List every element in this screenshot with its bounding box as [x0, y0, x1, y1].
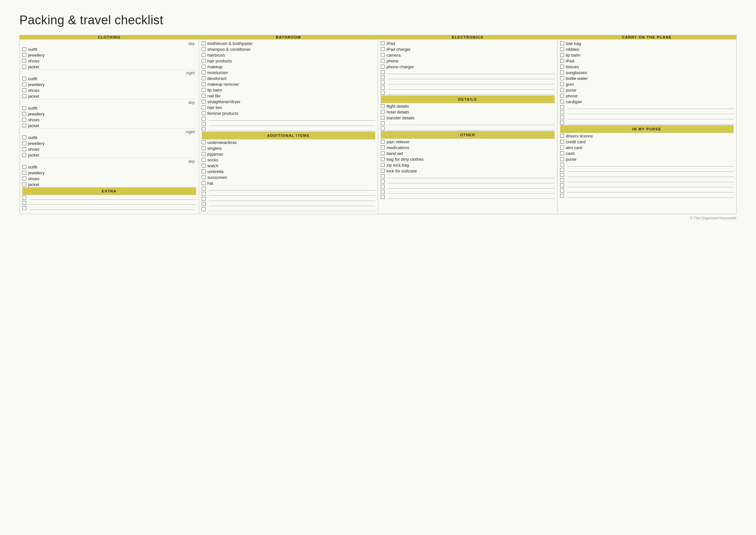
checkbox[interactable]: [560, 178, 564, 182]
checkbox[interactable]: [22, 135, 26, 139]
checkbox[interactable]: [22, 201, 26, 205]
checkbox[interactable]: [560, 99, 564, 103]
checkbox[interactable]: [202, 152, 205, 156]
list-item[interactable]: iPad: [560, 58, 734, 64]
checkbox[interactable]: [202, 88, 205, 92]
checkbox[interactable]: [202, 140, 205, 144]
checkbox[interactable]: [381, 190, 385, 194]
checkbox[interactable]: [202, 117, 205, 121]
checkbox[interactable]: [560, 82, 564, 86]
list-item[interactable]: lip balm: [202, 87, 376, 93]
checkbox[interactable]: [202, 111, 205, 115]
list-item[interactable]: deodorant: [202, 75, 376, 81]
list-item[interactable]: sunscreen: [202, 174, 376, 180]
checkbox[interactable]: [381, 70, 385, 74]
checkbox[interactable]: [381, 163, 385, 167]
list-item[interactable]: makeup: [202, 64, 376, 70]
checkbox[interactable]: [202, 59, 205, 63]
list-item[interactable]: medications: [381, 145, 554, 151]
checkbox[interactable]: [381, 185, 385, 188]
checkbox[interactable]: [381, 42, 385, 45]
checkbox[interactable]: [381, 157, 385, 161]
list-item[interactable]: makeup remover: [202, 81, 376, 87]
checkbox[interactable]: [381, 169, 385, 173]
checkbox[interactable]: [381, 91, 385, 95]
checkbox[interactable]: [560, 152, 564, 155]
checkbox[interactable]: [560, 146, 564, 150]
checkbox[interactable]: [381, 110, 385, 114]
checkbox[interactable]: [22, 106, 26, 110]
checkbox[interactable]: [202, 187, 205, 190]
checkbox[interactable]: [22, 88, 26, 92]
checkbox[interactable]: [381, 65, 385, 69]
list-item[interactable]: purse: [560, 156, 734, 162]
list-item[interactable]: feminie products: [202, 110, 376, 116]
checkbox[interactable]: [22, 59, 26, 63]
list-item[interactable]: flight details: [381, 103, 554, 109]
checkbox[interactable]: [560, 42, 564, 45]
checkbox[interactable]: [381, 75, 385, 79]
checkbox[interactable]: [202, 70, 205, 74]
list-item[interactable]: tissues: [560, 64, 734, 70]
checkbox[interactable]: [560, 183, 564, 187]
checkbox[interactable]: [560, 88, 564, 92]
list-item[interactable]: shoes: [22, 58, 196, 64]
checkbox[interactable]: [202, 76, 205, 80]
checkbox[interactable]: [22, 171, 26, 175]
checkbox[interactable]: [22, 183, 26, 186]
list-item[interactable]: outfit: [22, 105, 196, 111]
list-item[interactable]: jewellery: [22, 111, 196, 117]
list-item[interactable]: toothbrush & toothpaste: [202, 41, 376, 46]
checkbox[interactable]: [560, 194, 564, 198]
checkbox[interactable]: [202, 122, 205, 126]
checkbox[interactable]: [381, 180, 385, 183]
checkbox[interactable]: [22, 112, 26, 116]
list-item[interactable]: shoes: [22, 117, 196, 123]
checkbox[interactable]: [22, 153, 26, 157]
list-item[interactable]: drivers licence: [560, 133, 734, 139]
list-item[interactable]: purse: [560, 87, 734, 93]
list-item[interactable]: outfit: [22, 164, 196, 170]
checkbox[interactable]: [202, 127, 205, 131]
checkbox[interactable]: [202, 169, 205, 173]
checkbox[interactable]: [202, 207, 205, 211]
list-item[interactable]: jewellery: [22, 170, 196, 176]
list-item[interactable]: jacket: [22, 123, 196, 128]
checkbox[interactable]: [381, 53, 385, 57]
list-item[interactable]: shoes: [22, 146, 196, 152]
list-item[interactable]: jacket: [22, 93, 196, 99]
list-item[interactable]: iPad: [381, 41, 554, 46]
list-item[interactable]: lock for suitcase: [381, 168, 554, 174]
checkbox[interactable]: [381, 152, 385, 155]
checkbox[interactable]: [22, 82, 26, 86]
checkbox[interactable]: [202, 164, 205, 168]
list-item[interactable]: nail file: [202, 93, 376, 99]
checkbox[interactable]: [560, 65, 564, 69]
checkbox[interactable]: [381, 80, 385, 84]
list-item[interactable]: singlets: [202, 145, 376, 151]
checkbox[interactable]: [202, 202, 205, 206]
list-item[interactable]: atm card: [560, 145, 734, 151]
checkbox[interactable]: [22, 177, 26, 181]
list-item[interactable]: jewellery: [22, 140, 196, 146]
checkbox[interactable]: [202, 94, 205, 98]
checkbox[interactable]: [22, 141, 26, 145]
checkbox[interactable]: [22, 77, 26, 80]
checkbox[interactable]: [560, 157, 564, 161]
checkbox[interactable]: [560, 116, 564, 119]
checkbox[interactable]: [202, 181, 205, 185]
list-item[interactable]: cardigan: [560, 99, 734, 104]
checkbox[interactable]: [560, 53, 564, 57]
checkbox[interactable]: [22, 118, 26, 122]
checkbox[interactable]: [560, 140, 564, 144]
list-item[interactable]: pyjamas: [202, 151, 376, 157]
checkbox[interactable]: [381, 195, 385, 199]
checkbox[interactable]: [202, 146, 205, 150]
checkbox[interactable]: [560, 47, 564, 51]
checkbox[interactable]: [22, 53, 26, 57]
list-item[interactable]: cash: [560, 151, 734, 156]
list-item[interactable]: camera: [381, 52, 554, 58]
list-item[interactable]: jacket: [22, 64, 196, 70]
checkbox[interactable]: [381, 116, 385, 120]
checkbox[interactable]: [202, 192, 205, 196]
